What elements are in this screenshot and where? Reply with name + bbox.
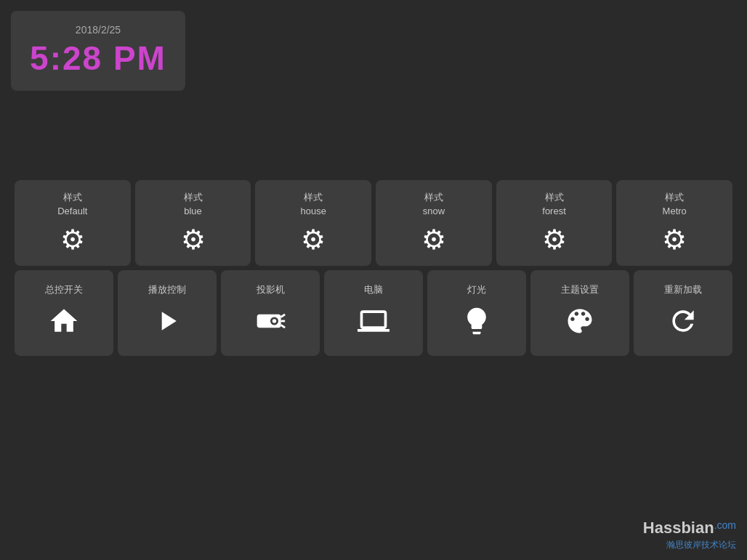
play-icon (151, 305, 183, 344)
style-card-metro[interactable]: 样式 Metro ⚙ (616, 180, 732, 266)
gear-icon-4: ⚙ (542, 224, 567, 256)
gear-icon-1: ⚙ (181, 224, 206, 256)
svg-line-5 (281, 314, 286, 317)
svg-rect-3 (261, 318, 267, 320)
projector-icon (254, 305, 286, 344)
style-card-snow[interactable]: 样式 snow ⚙ (376, 180, 492, 266)
clock-time: 5:28 PM (30, 38, 166, 78)
watermark-brand: Hassbian.com (643, 519, 736, 537)
style-label-top-1: 样式 (184, 191, 203, 204)
action-card-home[interactable]: 总控开关 (15, 270, 113, 356)
action-card-laptop[interactable]: 电脑 (324, 270, 423, 356)
style-label-top-3: 样式 (424, 191, 443, 204)
style-card-default[interactable]: 样式 Default ⚙ (15, 180, 131, 266)
style-label-name-0: Default (57, 206, 87, 216)
action-label-play: 播放控制 (148, 283, 186, 296)
watermark-com-text: .com (714, 519, 736, 531)
svg-line-7 (281, 325, 286, 328)
refresh-icon (667, 305, 699, 344)
svg-rect-4 (261, 321, 266, 323)
style-card-house[interactable]: 样式 house ⚙ (255, 180, 371, 266)
style-label-name-3: snow (423, 206, 445, 216)
action-row: 总控开关 播放控制 投影机 (15, 270, 732, 356)
watermark-subtitle: 瀚思彼岸技术论坛 (643, 539, 736, 551)
action-label-reload: 重新加载 (664, 283, 702, 296)
action-card-theme[interactable]: 主题设置 (530, 270, 629, 356)
watermark-main-text: Hassbian (643, 519, 714, 537)
style-card-forest[interactable]: 样式 forest ⚙ (496, 180, 613, 266)
style-label-name-2: house (300, 206, 326, 216)
laptop-icon (358, 305, 389, 344)
style-row: 样式 Default ⚙ 样式 blue ⚙ 样式 house ⚙ 样式 sno… (15, 180, 732, 266)
clock-date: 2018/2/25 (76, 24, 121, 36)
action-label-projector: 投影机 (257, 283, 285, 296)
action-card-light[interactable]: 灯光 (427, 270, 526, 356)
style-label-name-1: blue (184, 206, 202, 216)
style-label-top-4: 样式 (545, 191, 564, 204)
style-label-top-0: 样式 (63, 191, 82, 204)
watermark: Hassbian.com 瀚思彼岸技术论坛 (643, 519, 736, 551)
style-label-top-2: 样式 (304, 191, 323, 204)
gear-icon-2: ⚙ (301, 224, 326, 256)
home-icon (48, 305, 80, 344)
style-label-top-5: 样式 (665, 191, 684, 204)
style-card-blue[interactable]: 样式 blue ⚙ (135, 180, 251, 266)
svg-point-2 (272, 319, 277, 323)
style-label-name-4: forest (542, 206, 566, 216)
action-card-projector[interactable]: 投影机 (221, 270, 320, 356)
clock-widget: 2018/2/25 5:28 PM (11, 11, 185, 91)
gear-icon-0: ⚙ (60, 224, 85, 256)
style-label-name-5: Metro (663, 206, 687, 216)
action-card-play[interactable]: 播放控制 (118, 270, 217, 356)
gear-icon-5: ⚙ (662, 224, 687, 256)
action-label-laptop: 电脑 (364, 283, 383, 296)
gear-icon-3: ⚙ (421, 224, 446, 256)
palette-icon (564, 305, 596, 344)
action-card-reload[interactable]: 重新加载 (634, 270, 732, 356)
action-label-theme: 主题设置 (561, 283, 599, 296)
action-label-light: 灯光 (467, 283, 486, 296)
action-label-home: 总控开关 (45, 283, 83, 296)
grid-area: 样式 Default ⚙ 样式 blue ⚙ 样式 house ⚙ 样式 sno… (15, 180, 732, 356)
bulb-icon (461, 305, 493, 344)
